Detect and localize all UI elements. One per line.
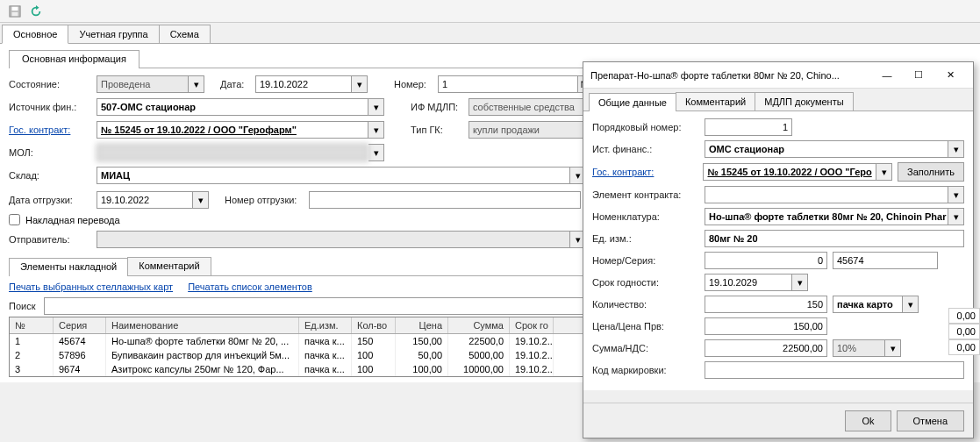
- date-input[interactable]: 19.10.2022: [255, 75, 352, 93]
- dlg-tab-general[interactable]: Общие данные: [589, 93, 676, 111]
- print-list-link[interactable]: Печатать список элементов: [188, 282, 312, 292]
- qty-label: Количество:: [592, 299, 705, 310]
- state-label: Состояние:: [9, 79, 97, 89]
- tab-basic[interactable]: Основное: [2, 25, 68, 44]
- sumnds-label: Сумма/НДС:: [592, 343, 705, 353]
- numser-label: Номер/Серия:: [592, 255, 705, 266]
- mol-input[interactable]: [97, 144, 368, 161]
- col-qty[interactable]: Кол-во: [352, 317, 396, 333]
- ok-button[interactable]: Ok: [845, 410, 891, 431]
- fin-input[interactable]: 507-ОМС стационар: [97, 98, 368, 116]
- contract-input[interactable]: № 15245 от 19.10.2022 / ООО "Герофарм": [97, 121, 368, 139]
- tipgk-label: Тип ГК:: [411, 125, 469, 135]
- unit-label: Ед. изм.:: [592, 233, 705, 244]
- maximize-icon[interactable]: ☐: [903, 65, 934, 86]
- dlg-tab-comment[interactable]: Комментарий: [676, 92, 755, 110]
- nomen-label: Номенклатура:: [592, 211, 705, 222]
- contract-label-link[interactable]: Гос. контракт:: [9, 125, 97, 135]
- sklad-label: Склад:: [9, 170, 97, 181]
- mark-input[interactable]: [705, 361, 964, 379]
- nomen-dropdown-icon[interactable]: ▾: [948, 208, 964, 225]
- nds-dropdown-icon[interactable]: ▾: [885, 339, 901, 357]
- mark-label: Код маркировки:: [592, 365, 705, 375]
- ord-input[interactable]: 1: [705, 118, 792, 136]
- col-no[interactable]: №: [10, 317, 54, 333]
- qty-unit-input[interactable]: пачка карто: [833, 296, 903, 313]
- dcontract-dropdown-icon[interactable]: ▾: [876, 163, 892, 181]
- tab-comment[interactable]: Комментарий: [127, 257, 211, 275]
- number-input[interactable]: 1: [438, 75, 578, 93]
- contract-dropdown-icon[interactable]: ▾: [368, 121, 384, 139]
- peek-cell: 0,00: [948, 324, 980, 339]
- dialog-title: Препарат-Но-шпа® форте таблетки 80мг № 2…: [590, 70, 871, 81]
- state-dropdown-icon[interactable]: ▾: [189, 75, 204, 93]
- fill-button[interactable]: Заполнить: [898, 162, 964, 182]
- search-label: Поиск: [9, 301, 44, 311]
- expiry-picker-icon[interactable]: ▾: [792, 274, 808, 291]
- right-peek-column: 0,00 0,00 0,00: [948, 308, 980, 355]
- shipdate-picker-icon[interactable]: ▾: [193, 191, 209, 209]
- col-unit[interactable]: Ед.изм.: [299, 317, 352, 333]
- transfer-label: Накладная перевода: [25, 215, 120, 225]
- svg-rect-2: [12, 11, 18, 15]
- tab-elements[interactable]: Элементы накладной: [9, 258, 128, 276]
- tab-schema[interactable]: Схема: [159, 25, 211, 43]
- state-value: Проведена: [97, 75, 189, 93]
- transfer-checkbox[interactable]: [9, 214, 20, 225]
- celem-label: Элемент контракта:: [592, 189, 705, 200]
- tab-group[interactable]: Учетная группа: [68, 25, 159, 43]
- refresh-icon[interactable]: [28, 4, 44, 19]
- shipdate-label: Дата отгрузки:: [9, 195, 97, 205]
- fin-dropdown-icon[interactable]: ▾: [368, 98, 384, 116]
- save-icon[interactable]: [7, 4, 23, 19]
- minimize-icon[interactable]: —: [871, 65, 903, 86]
- nds-input[interactable]: 10%: [833, 339, 885, 357]
- expiry-input[interactable]: 19.10.2029: [705, 274, 792, 291]
- mdlp-label: ИФ МДЛП:: [411, 102, 469, 112]
- sender-input: [97, 231, 570, 248]
- celem-input[interactable]: [705, 186, 948, 203]
- shipno-input[interactable]: [309, 191, 581, 209]
- sum-input[interactable]: 22500,00: [705, 339, 827, 357]
- sklad-input[interactable]: МИАЦ: [97, 167, 570, 184]
- dfin-dropdown-icon[interactable]: ▾: [948, 140, 964, 158]
- dlg-tab-mdlp[interactable]: МДЛП документы: [755, 92, 853, 110]
- col-sum[interactable]: Сумма: [448, 317, 510, 333]
- shipdate-input[interactable]: 19.10.2022: [97, 191, 193, 209]
- close-icon[interactable]: ✕: [934, 65, 966, 86]
- expiry-label: Срок годности:: [592, 277, 705, 288]
- peek-cell: 0,00: [948, 308, 980, 324]
- shipno-label: Номер отгрузки:: [225, 195, 309, 205]
- qty-input[interactable]: 150: [705, 296, 827, 313]
- cancel-button[interactable]: Отмена: [897, 410, 964, 431]
- dfin-label: Ист. финанс.:: [592, 144, 705, 154]
- qty-unit-dropdown-icon[interactable]: ▾: [903, 296, 919, 313]
- col-price[interactable]: Цена: [396, 317, 448, 333]
- svg-rect-1: [12, 6, 18, 10]
- mol-dropdown-icon[interactable]: ▾: [368, 144, 384, 161]
- ord-label: Порядковый номер:: [592, 122, 705, 132]
- dcontract-input[interactable]: № 15245 от 19.10.2022 / ООО "Геро: [703, 163, 876, 181]
- col-expiry[interactable]: Срок го: [510, 317, 554, 333]
- col-name[interactable]: Наименование: [106, 317, 299, 333]
- dcontract-label-link[interactable]: Гос. контракт:: [592, 167, 703, 177]
- main-tabs: Основное Учетная группа Схема: [0, 23, 980, 44]
- celem-dropdown-icon[interactable]: ▾: [948, 186, 964, 203]
- mol-label: МОЛ:: [9, 147, 97, 158]
- date-label: Дата:: [220, 79, 255, 89]
- number-label: Номер:: [394, 79, 438, 89]
- item-dialog: Препарат-Но-шпа® форте таблетки 80мг № 2…: [583, 61, 974, 438]
- price-input[interactable]: 150,00: [705, 317, 827, 335]
- nomen-input[interactable]: Но-шпа® форте таблетки 80мг № 20, Chinoi…: [705, 208, 948, 225]
- price-label: Цена/Цена Прв:: [592, 321, 705, 332]
- sender-label: Отправитель:: [9, 234, 97, 245]
- tab-main-info[interactable]: Основная информация: [9, 50, 139, 68]
- num-input[interactable]: 0: [705, 252, 827, 269]
- print-cards-link[interactable]: Печать выбранных стеллажных карт: [9, 282, 173, 292]
- dfin-input[interactable]: ОМС стационар: [705, 140, 948, 158]
- date-picker-icon[interactable]: ▾: [352, 75, 368, 93]
- col-series[interactable]: Серия: [54, 317, 106, 333]
- top-toolbar: [0, 0, 980, 23]
- ser-input[interactable]: 45674: [833, 252, 938, 269]
- unit-input[interactable]: 80мг № 20: [705, 230, 964, 247]
